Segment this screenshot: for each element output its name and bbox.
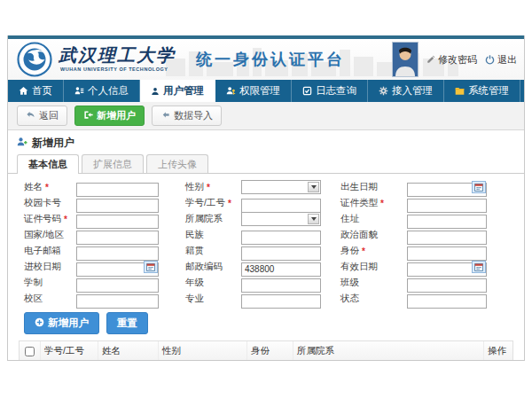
reset-label: 重置 — [117, 317, 137, 330]
student-id-label: 学号/工号* — [185, 197, 241, 209]
class-input[interactable] — [407, 278, 487, 293]
form-row: 校园卡号学号/工号*证件类型* — [24, 195, 524, 211]
nav-item-profile[interactable]: 个人信息 — [64, 80, 140, 102]
back-button[interactable]: 返回 — [17, 106, 67, 126]
address-input[interactable] — [407, 215, 487, 229]
department-select[interactable] — [241, 212, 321, 226]
id-number-input[interactable] — [76, 215, 159, 229]
gear-icon — [379, 86, 388, 96]
content-panel: 新增用户 基本信息 扩展信息 上传头像 姓名*性别*出生日期校园卡号学号/工号*… — [8, 130, 524, 361]
select-all-cell — [20, 341, 41, 361]
status-input[interactable] — [407, 294, 487, 309]
nav-item-user-mgmt[interactable]: 用户管理 — [140, 80, 215, 102]
nav-item-home[interactable]: 首页 — [8, 80, 64, 102]
required-marker: * — [380, 199, 384, 208]
field-postal-code: 邮政编码 — [185, 260, 321, 274]
section-title: 新增用户 — [8, 130, 524, 154]
student-id-input[interactable] — [241, 199, 321, 213]
postal-code-input[interactable] — [241, 262, 321, 277]
class-label: 班级 — [340, 277, 407, 289]
form-actions: 新增用户 重置 — [8, 307, 524, 339]
grade-input[interactable] — [241, 278, 321, 293]
calendar-icon[interactable] — [144, 261, 158, 273]
add-user-toolbar-button[interactable]: 新增用户 — [74, 106, 145, 126]
field-id-number: 证件号码* — [24, 212, 159, 226]
political-status-input[interactable] — [407, 231, 487, 245]
field-political-status: 政治面貌 — [340, 228, 487, 242]
field-gender: 性别* — [185, 180, 321, 194]
email-input[interactable] — [76, 246, 159, 261]
calendar-icon[interactable] — [472, 181, 486, 193]
table-header-1: 姓名 — [98, 341, 159, 361]
major-input[interactable] — [241, 294, 321, 309]
id-type-input[interactable] — [407, 199, 487, 213]
email-label: 电子邮箱 — [24, 245, 76, 257]
name-input[interactable] — [76, 183, 159, 197]
person-info-icon — [74, 86, 84, 96]
nav-item-label: 用户管理 — [163, 84, 204, 98]
identity-input[interactable] — [407, 246, 487, 261]
study-length-label: 学制 — [24, 277, 76, 289]
table-header-3: 身份 — [247, 341, 293, 361]
nav-item-subscription-mgmt[interactable]: 订阅管理 — [520, 80, 525, 102]
id-type-label: 证件类型* — [340, 197, 407, 209]
campus-label: 校区 — [24, 293, 76, 305]
study-length-input[interactable] — [76, 278, 159, 293]
native-place-label: 籍贯 — [185, 245, 241, 257]
valid-date-label: 有效日期 — [340, 261, 407, 273]
table-header-4: 所属院系 — [293, 341, 484, 361]
import-arrow-icon — [160, 110, 170, 121]
pencil-icon — [426, 55, 435, 64]
gender-label: 性别* — [185, 181, 241, 193]
dropdown-arrow-icon[interactable] — [308, 214, 319, 224]
add-user-submit-button[interactable]: 新增用户 — [24, 312, 99, 334]
form-row: 国家/地区民族政治面貌 — [24, 227, 524, 243]
birth-date-label: 出生日期 — [340, 181, 407, 193]
country-region-input[interactable] — [76, 231, 159, 245]
required-marker: * — [64, 215, 67, 224]
ethnicity-label: 民族 — [185, 229, 241, 241]
dropdown-arrow-icon[interactable] — [308, 182, 319, 192]
power-icon — [485, 55, 495, 65]
user-avatar[interactable] — [392, 42, 419, 77]
required-marker: * — [362, 246, 365, 256]
identity-label: 身份* — [340, 245, 407, 257]
tab-basic-info[interactable]: 基本信息 — [17, 154, 79, 174]
address-label: 住址 — [340, 213, 407, 225]
campus-input[interactable] — [76, 294, 159, 309]
major-label: 专业 — [185, 293, 241, 305]
field-status: 状态 — [340, 292, 487, 306]
tab-upload-avatar[interactable]: 上传头像 — [146, 154, 208, 173]
back-label: 返回 — [39, 109, 59, 122]
logout-link[interactable]: 退出 — [485, 53, 517, 66]
tab-extended-info[interactable]: 扩展信息 — [82, 154, 144, 173]
field-major: 专业 — [185, 292, 321, 306]
campus-card-input[interactable] — [76, 199, 159, 213]
change-password-link[interactable]: 修改密码 — [426, 53, 477, 66]
form-row: 姓名*性别*出生日期 — [24, 179, 524, 195]
native-place-input[interactable] — [241, 246, 321, 261]
ethnicity-input[interactable] — [241, 231, 321, 245]
university-logo-icon — [17, 42, 52, 77]
required-marker: * — [45, 183, 49, 192]
field-identity: 身份* — [340, 244, 487, 258]
select-all-checkbox[interactable] — [25, 347, 35, 356]
table-header-5: 操作 — [484, 341, 512, 361]
field-email: 电子邮箱 — [24, 244, 159, 258]
reset-button[interactable]: 重置 — [106, 312, 148, 334]
nav-item-label: 系统管理 — [468, 84, 509, 98]
logout-label: 退出 — [497, 53, 517, 66]
form-row: 证件号码*所属院系住址 — [24, 211, 524, 227]
toolbar: 返回 新增用户 数据导入 — [8, 102, 524, 130]
form-row: 校区专业状态 — [24, 291, 524, 307]
nav-item-access-mgmt[interactable]: 接入管理 — [368, 80, 444, 102]
department-label: 所属院系 — [185, 213, 241, 225]
calendar-icon[interactable] — [472, 261, 486, 273]
nav-item-permission-mgmt[interactable]: 权限管理 — [215, 80, 292, 102]
data-import-button[interactable]: 数据导入 — [152, 106, 222, 126]
political-status-label: 政治面貌 — [340, 229, 407, 241]
nav-item-label: 日志查询 — [316, 84, 356, 98]
nav-item-log-query[interactable]: 日志查询 — [292, 80, 368, 102]
gender-select[interactable] — [241, 180, 321, 194]
nav-item-system-mgmt[interactable]: 系统管理 — [444, 80, 520, 102]
